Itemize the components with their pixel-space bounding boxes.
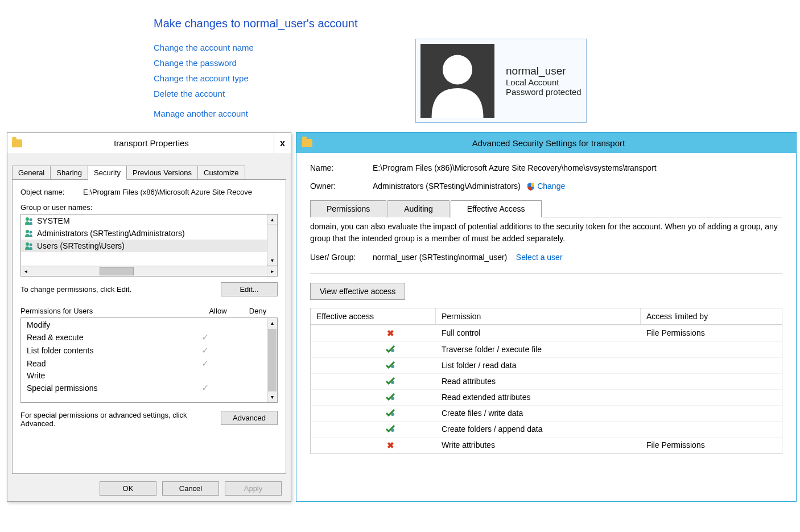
tab-customize[interactable]: Customize — [197, 166, 245, 180]
table-row[interactable]: ✖Write attributesFile Permissions — [311, 437, 782, 453]
object-name-label: Object name: — [20, 188, 83, 196]
apply-button[interactable]: Apply — [225, 481, 282, 496]
permissions-listbox[interactable]: ModifyRead & execute✓List folder content… — [20, 317, 278, 403]
table-row[interactable]: Traverse folder / execute file — [311, 341, 782, 357]
scroll-down-button[interactable]: ▾ — [267, 392, 277, 402]
permission-row[interactable]: Read & execute✓ — [21, 331, 267, 344]
tab-panel-security: Object name: E:\Program Files (x86)\Micr… — [12, 179, 286, 474]
limited-by-cell — [646, 393, 776, 402]
list-item-label: Administrators (SRTesting\Administrators… — [37, 229, 185, 238]
svg-point-6 — [30, 244, 32, 246]
table-row[interactable]: List folder / read data — [311, 357, 782, 373]
close-button[interactable]: x — [274, 133, 291, 154]
scroll-track[interactable] — [267, 225, 277, 255]
col-limited-by[interactable]: Access limited by — [641, 308, 782, 324]
scroll-left-button[interactable]: ◂ — [21, 266, 31, 276]
effective-access-description: domain, you can also evaluate the impact… — [310, 221, 782, 245]
users-icon — [24, 229, 34, 237]
tab-general[interactable]: General — [12, 166, 51, 180]
window-titlebar[interactable]: Advanced Security Settings for transport — [296, 133, 796, 153]
window-title: Advanced Security Settings for transport — [318, 138, 790, 148]
table-row[interactable]: Read attributes — [311, 373, 782, 389]
view-effective-access-button[interactable]: View effective access — [310, 283, 405, 300]
permission-cell: List folder / read data — [442, 361, 646, 370]
permission-name: Special permissions — [27, 383, 186, 393]
allow-icon — [385, 377, 395, 385]
scroll-up-button[interactable]: ▴ — [267, 318, 277, 328]
change-owner-link[interactable]: Change — [537, 182, 565, 191]
ok-button[interactable]: OK — [100, 481, 156, 496]
allow-check-icon: ✓ — [186, 382, 224, 393]
permission-cell: Traverse folder / execute file — [442, 345, 646, 354]
scroll-down-button[interactable]: ▾ — [267, 255, 277, 266]
limited-by-cell — [646, 424, 776, 434]
table-row[interactable]: Read extended attributes — [311, 389, 782, 405]
object-name-value: E:\Program Files (x86)\Microsoft Azure S… — [83, 188, 252, 196]
advanced-button[interactable]: Advanced — [221, 411, 278, 425]
vscrollbar[interactable]: ▴ ▾ — [267, 215, 277, 266]
hscroll-thumb[interactable] — [100, 267, 134, 275]
scroll-up-button[interactable]: ▴ — [267, 215, 277, 225]
tab-effective-access[interactable]: Effective Access — [451, 200, 542, 217]
table-row[interactable]: Create folders / append data — [311, 421, 782, 437]
permission-row[interactable]: Read✓ — [21, 357, 267, 370]
svg-point-5 — [26, 242, 29, 246]
limited-by-cell: File Permissions — [646, 328, 776, 339]
hscrollbar[interactable]: ◂ ▸ — [20, 266, 278, 277]
svg-point-8 — [391, 365, 394, 368]
svg-point-10 — [391, 397, 394, 400]
table-row[interactable]: Create files / write data — [311, 405, 782, 421]
users-icon — [24, 217, 34, 225]
edit-button[interactable]: Edit... — [221, 282, 278, 296]
permission-name: Read — [27, 359, 186, 368]
permission-row[interactable]: Modify — [21, 319, 267, 331]
advanced-hint: For special permissions or advanced sett… — [20, 411, 191, 428]
permission-row[interactable]: Special permissions✓ — [21, 381, 267, 394]
folder-icon — [12, 139, 22, 147]
name-label: Name: — [310, 163, 373, 172]
permission-name: Read & execute — [27, 333, 186, 342]
tab-previous-versions[interactable]: Previous Versions — [126, 166, 198, 180]
scroll-right-button[interactable]: ▸ — [267, 266, 277, 276]
username-label: normal_user — [506, 65, 582, 77]
scroll-track[interactable] — [268, 329, 277, 391]
cancel-button[interactable]: Cancel — [162, 481, 219, 496]
adv-tabstrip: Permissions Auditing Effective Access — [310, 200, 782, 217]
tab-permissions[interactable]: Permissions — [310, 200, 386, 217]
shield-icon — [527, 183, 535, 191]
select-user-link[interactable]: Select a user — [516, 253, 563, 262]
deny-icon: ✖ — [387, 328, 394, 338]
permission-row[interactable]: Write — [21, 370, 267, 381]
list-item[interactable]: Administrators (SRTesting\Administrators… — [21, 227, 267, 240]
list-item[interactable]: SYSTEM — [21, 215, 267, 227]
table-row[interactable]: ✖Full controlFile Permissions — [311, 325, 782, 341]
user-card: normal_user Local Account Password prote… — [415, 39, 587, 123]
link-change-password[interactable]: Change the password — [154, 58, 254, 68]
dialog-titlebar[interactable]: transport Properties x — [7, 133, 291, 154]
vscrollbar[interactable]: ▴ ▾ — [267, 318, 277, 402]
svg-point-1 — [26, 217, 29, 221]
link-change-name[interactable]: Change the account name — [154, 43, 254, 52]
col-effective-access[interactable]: Effective access — [311, 308, 436, 324]
link-manage-another[interactable]: Manage another account — [154, 109, 254, 118]
page-title: Make changes to normal_user's account — [154, 17, 357, 30]
hscroll-track[interactable] — [31, 266, 267, 276]
list-item[interactable]: Users (SRTesting\Users) — [21, 240, 267, 252]
tab-sharing[interactable]: Sharing — [50, 166, 88, 180]
properties-dialog: transport Properties x General Sharing S… — [7, 132, 291, 502]
dialog-buttons: OK Cancel Apply — [100, 481, 282, 496]
owner-value: Administrators (SRTesting\Administrators… — [373, 182, 521, 191]
group-listbox[interactable]: SYSTEM Administrators (SRTesting\Adminis… — [20, 214, 278, 266]
deny-icon: ✖ — [387, 440, 394, 450]
limited-by-cell — [646, 345, 776, 354]
list-item-label: Users (SRTesting\Users) — [37, 241, 125, 250]
link-change-type[interactable]: Change the account type — [154, 73, 254, 83]
col-permission[interactable]: Permission — [436, 308, 641, 324]
permission-cell: Full control — [442, 328, 646, 339]
tab-security[interactable]: Security — [88, 166, 127, 180]
tab-auditing[interactable]: Auditing — [387, 200, 450, 217]
svg-point-9 — [391, 381, 394, 384]
permission-row[interactable]: List folder contents✓ — [21, 344, 267, 357]
tabstrip: General Sharing Security Previous Versio… — [7, 154, 291, 180]
link-delete-account[interactable]: Delete the account — [154, 89, 254, 98]
